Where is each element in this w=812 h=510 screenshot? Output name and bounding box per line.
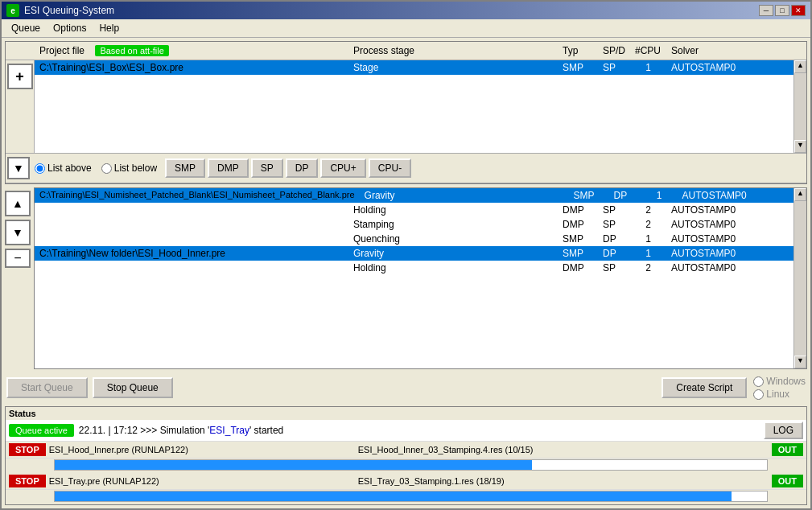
progress-row-1 [6, 459, 806, 473]
os-radio-group: Windows Linux [753, 376, 806, 400]
cell-project: C:\Training\ESI_Box\ESI_Box.pre [35, 61, 348, 74]
app-icon: e [6, 4, 19, 17]
maximize-button[interactable]: □ [775, 5, 789, 16]
radio-windows[interactable]: Windows [753, 376, 806, 387]
stop-queue-button[interactable]: Stop Queue [93, 377, 173, 398]
table-row: C:\Training\New folder\ESI_Hood_Inner.pr… [35, 246, 793, 261]
right-queue: Create Script Windows Linux [662, 376, 806, 400]
filter-buttons: SMP DMP SP DP CPU+ CPU- [165, 158, 411, 178]
cell-typ: SMP [558, 247, 598, 260]
radio-linux-input[interactable] [753, 389, 764, 400]
status-message: 22.11. | 17:12 >>> Simulation 'ESI_Tray'… [79, 425, 759, 436]
close-button[interactable]: ✕ [791, 5, 806, 16]
progress-bar-1-container [54, 459, 768, 471]
nav-up-button[interactable]: ▲ [5, 191, 31, 216]
start-queue-button[interactable]: Start Queue [6, 377, 88, 398]
cell-typ: DMP [558, 261, 598, 274]
job1-result: ESI_Hood_Inner_03_Stamping.4.res (10/15) [358, 445, 769, 454]
table-row: C:\Training\ESI_Numisheet_Patched_Blank\… [35, 188, 793, 203]
progress-bar-1 [55, 460, 532, 470]
menu-help[interactable]: Help [93, 21, 126, 35]
scroll-track [794, 73, 806, 140]
cell-typ: DMP [558, 218, 598, 231]
scroll-down[interactable]: ▼ [794, 140, 806, 153]
scroll-down[interactable]: ▼ [794, 356, 806, 368]
cell-cpu: 2 [630, 204, 666, 216]
cell-project [35, 261, 348, 274]
cell-typ: DMP [558, 204, 598, 216]
cell-solver: AUTOSTAMP0 [666, 204, 793, 216]
cell-solver: AUTOSTAMP0 [666, 61, 793, 74]
status-label: Status [6, 407, 806, 420]
filter-sp[interactable]: SP [251, 158, 283, 178]
cell-solver: AUTOSTAMP0 [666, 247, 793, 260]
filter-dp[interactable]: DP [286, 158, 319, 178]
cell-project [35, 204, 348, 216]
radio-windows-input[interactable] [753, 376, 764, 387]
scroll-up[interactable]: ▲ [794, 60, 806, 73]
job-row-2: STOP ESI_Tray.pre (RUNLAP122) ESI_Tray_0… [6, 473, 806, 490]
scroll-track [794, 201, 806, 356]
remove-button[interactable]: − [5, 249, 31, 268]
cell-spd: DP [598, 247, 630, 260]
cell-spd: SP [598, 61, 630, 74]
nav-buttons: ▲ ▼ − [5, 187, 31, 369]
cell-spd: DP [598, 232, 630, 245]
create-script-button[interactable]: Create Script [662, 377, 747, 398]
status-bar: Queue active 22.11. | 17:12 >>> Simulati… [6, 420, 806, 442]
att-badge: Based on att-file [95, 45, 169, 56]
cell-project [35, 218, 348, 231]
cell-project: C:\Training\New folder\ESI_Hood_Inner.pr… [35, 247, 348, 260]
cell-cpu: 1 [630, 247, 666, 260]
filter-cpu-plus[interactable]: CPU+ [320, 158, 365, 178]
cell-stage: Stamping [348, 218, 558, 231]
cell-solver: AUTOSTAMP0 [666, 261, 793, 274]
menu-options[interactable]: Options [47, 21, 93, 35]
cell-stage: Holding [348, 204, 558, 216]
radio-list-below-input[interactable] [101, 163, 112, 174]
cell-solver: AUTOSTAMP0 [678, 189, 793, 202]
filter-dmp[interactable]: DMP [208, 158, 249, 178]
table-header: Project file Based on att-file Process s… [6, 42, 806, 60]
progress-bar-2-container [54, 491, 768, 502]
add-button[interactable]: + [7, 64, 33, 89]
cell-stage: Quenching [348, 232, 558, 245]
out-job1-button[interactable]: OUT [772, 443, 803, 456]
cell-cpu: 1 [630, 61, 666, 74]
titlebar-buttons: ─ □ ✕ [759, 5, 806, 16]
radio-list-above-input[interactable] [35, 163, 45, 174]
scroll-up[interactable]: ▲ [794, 188, 806, 201]
stop-job1-button[interactable]: STOP [9, 443, 46, 456]
filter-smp[interactable]: SMP [165, 158, 205, 178]
cell-cpu: 1 [641, 189, 678, 202]
table-row: Stamping DMP SP 2 AUTOSTAMP0 [35, 217, 793, 232]
cell-stage: Holding [348, 261, 558, 274]
menu-queue[interactable]: Queue [5, 21, 47, 35]
log-button[interactable]: LOG [764, 422, 803, 439]
stop-job2-button[interactable]: STOP [9, 475, 46, 487]
cell-typ: SMP [569, 189, 609, 202]
filter-cpu-minus[interactable]: CPU- [369, 158, 411, 178]
table-row: Holding DMP SP 2 AUTOSTAMP0 [35, 261, 793, 275]
job2-name: ESI_Tray.pre (RUNLAP122) [49, 476, 355, 486]
nav-down-button[interactable]: ▼ [5, 220, 31, 245]
radio-list-above[interactable]: List above [35, 162, 92, 174]
cell-typ: SMP [558, 61, 598, 74]
cell-project: C:\Training\ESI_Numisheet_Patched_Blank\… [35, 189, 360, 202]
radio-linux[interactable]: Linux [753, 389, 806, 400]
header-project: Project file Based on att-file [35, 43, 348, 58]
job2-result: ESI_Tray_03_Stamping.1.res (18/19) [358, 476, 769, 486]
radio-list-below[interactable]: List below [101, 162, 157, 174]
filter-down-button[interactable]: ▼ [7, 157, 30, 179]
header-solver: Solver [666, 43, 806, 58]
out-job2-button[interactable]: OUT [772, 475, 803, 487]
bottom-scrollbar: ▲ ▼ [793, 188, 806, 368]
cell-solver: AUTOSTAMP0 [666, 232, 793, 245]
minimize-button[interactable]: ─ [759, 5, 773, 16]
top-table-body: C:\Training\ESI_Box\ESI_Box.pre Stage SM… [35, 60, 793, 153]
controls-row: ▼ List above List below SMP DMP SP DP [6, 153, 806, 183]
table-row: C:\Training\ESI_Box\ESI_Box.pre Stage SM… [35, 60, 793, 75]
cell-stage: Stage [348, 61, 558, 74]
main-window: e ESI Queuing-System ─ □ ✕ Queue Options… [0, 0, 812, 510]
cell-spd: DP [609, 189, 641, 202]
